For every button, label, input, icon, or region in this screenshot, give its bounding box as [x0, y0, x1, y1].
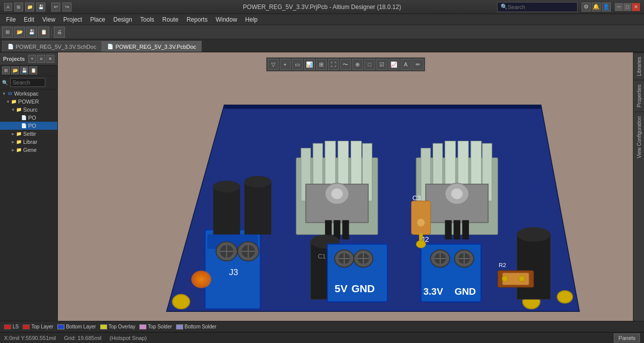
new-btn[interactable]: ⊞	[14, 3, 23, 12]
svg-text:J3: J3	[229, 267, 238, 277]
global-search-input[interactable]	[508, 4, 563, 10]
layer-top-overlay[interactable]: Top Overlay	[100, 324, 135, 329]
panel-search-input[interactable]	[10, 78, 45, 87]
right-tab-properties[interactable]: Properties	[633, 80, 644, 112]
undo-btn[interactable]: ↩	[51, 3, 60, 12]
menu-route[interactable]: Route	[158, 15, 183, 24]
tree-workspace[interactable]: ▼ W Workspac	[0, 90, 57, 98]
pcb-grid-btn[interactable]: ⊞	[316, 59, 327, 70]
global-search-box[interactable]: 🔍	[497, 2, 578, 12]
tree-po1[interactable]: ► 📄 PO	[0, 114, 57, 122]
layer-bottom-label: Bottom Layer	[66, 324, 96, 329]
layer-bottom-solder-color	[176, 324, 183, 329]
tab-sch-icon: 📄	[8, 44, 14, 49]
account-icon[interactable]: 👤	[602, 3, 611, 12]
toolbar-saveall[interactable]: 📋	[38, 27, 49, 38]
pcb-box2-btn[interactable]: □	[364, 59, 375, 70]
svg-point-90	[519, 276, 524, 281]
svg-text:GND: GND	[351, 283, 375, 294]
pcb-chart-btn[interactable]: 📊	[304, 59, 315, 70]
generated-tree-icon: 📁	[16, 147, 22, 153]
settings-icon[interactable]: ⚙	[582, 3, 591, 12]
tree-arrow-power: ▼	[6, 100, 10, 104]
menu-design[interactable]: Design	[109, 15, 136, 24]
panel-search-box[interactable]: 🔍	[0, 76, 57, 90]
panels-button[interactable]: Panels	[614, 333, 640, 342]
right-panel-tabs: Libraries Properties View Configuration	[633, 52, 644, 321]
open-btn[interactable]: 📁	[25, 3, 34, 12]
tree-settings[interactable]: ► 📁 Settir	[0, 130, 57, 138]
tree-arrow-generated: ►	[11, 148, 15, 152]
redo-btn[interactable]: ↪	[62, 3, 71, 12]
svg-point-34	[331, 189, 343, 199]
pcb-rect-btn[interactable]: ▭	[292, 59, 303, 70]
layer-bottom-color	[57, 324, 64, 329]
pcb-cursor-btn[interactable]: ⛶	[328, 59, 339, 70]
svg-marker-3	[224, 105, 541, 109]
tree-power[interactable]: ▼ 📁 POWER	[0, 98, 57, 106]
pcb-pin-btn[interactable]: ⊕	[352, 59, 363, 70]
menu-help[interactable]: Help	[241, 15, 262, 24]
panel-tb3[interactable]: 💾	[20, 66, 28, 74]
panel-new-btn[interactable]: +	[28, 55, 36, 63]
maximize-button[interactable]: □	[623, 3, 631, 11]
close-button[interactable]: ✕	[632, 3, 640, 11]
statusbar-right: Panels	[614, 333, 640, 342]
right-tab-libraries[interactable]: Libraries	[633, 52, 644, 80]
menu-tools[interactable]: Tools	[136, 15, 158, 24]
layer-top-solder[interactable]: Top Solder	[139, 324, 172, 329]
layer-ls[interactable]: LS	[4, 324, 19, 329]
panel-close-btn[interactable]: ✕	[46, 55, 54, 63]
layer-top[interactable]: Top Layer	[23, 324, 53, 329]
svg-rect-37	[342, 220, 349, 239]
toolbar-open[interactable]: 📂	[14, 27, 25, 38]
layer-bar: LS Top Layer Bottom Layer Top Overlay To…	[0, 321, 644, 332]
menu-place[interactable]: Place	[86, 15, 109, 24]
tree-source[interactable]: ▼ 📁 Sourc	[0, 106, 57, 114]
menu-project[interactable]: Project	[59, 15, 86, 24]
pcb-graph-btn[interactable]: 📈	[388, 59, 399, 70]
tree-arrow-workspace: ▼	[2, 92, 6, 96]
panel-tb1[interactable]: ⊞	[2, 66, 10, 74]
panel-tb2[interactable]: 📂	[11, 66, 19, 74]
tree-libraries-label: Librar	[23, 139, 37, 145]
pcb-filter-btn[interactable]: ▽	[268, 59, 279, 70]
pcb-wave-btn[interactable]: 〜	[340, 59, 351, 70]
layer-bottom[interactable]: Bottom Layer	[57, 324, 96, 329]
tree-generated[interactable]: ► 📁 Gene	[0, 146, 57, 154]
right-tab-view-config[interactable]: View Configuration	[633, 112, 644, 162]
tree-po2[interactable]: ► 📄 PO	[0, 122, 57, 130]
svg-point-7	[557, 291, 573, 303]
cursor-indicator	[191, 271, 211, 288]
menu-reports[interactable]: Reports	[183, 15, 212, 24]
menu-bar: File Edit View Project Place Design Tool…	[0, 14, 644, 25]
toolbar-new[interactable]: ⊞	[2, 27, 13, 38]
minimize-button[interactable]: ─	[615, 3, 623, 11]
toolbar-save[interactable]: 💾	[26, 27, 37, 38]
layer-bottom-solder[interactable]: Bottom Solder	[176, 324, 216, 329]
pcb-pencil-btn[interactable]: ✏	[413, 59, 424, 70]
tree-libraries[interactable]: ► 📁 Librar	[0, 138, 57, 146]
save-btn[interactable]: 💾	[36, 3, 45, 12]
tab-pcb-icon: 📄	[107, 44, 113, 49]
pcb-text-btn[interactable]: A	[400, 59, 412, 70]
pcb-check-btn[interactable]: ☑	[376, 59, 387, 70]
menu-file[interactable]: File	[2, 15, 20, 24]
tab-pcb[interactable]: 📄 POWER_REG_5V_3.3V.PcbDoc	[102, 41, 201, 52]
tab-sch[interactable]: 📄 POWER_REG_5V_3.3V.SchDoc	[2, 41, 102, 52]
panel-tb4[interactable]: 📋	[29, 66, 37, 74]
pcb-canvas[interactable]: ▽ + ▭ 📊 ⊞ ⛶ 〜 ⊕ □ ☑ 📈 A ✏	[58, 52, 633, 321]
layer-top-solder-label: Top Solder	[148, 324, 172, 329]
menu-view[interactable]: View	[38, 15, 59, 24]
menu-edit[interactable]: Edit	[20, 15, 38, 24]
panel-toggle-btn[interactable]: ≡	[37, 55, 45, 63]
layer-top-overlay-label: Top Overlay	[109, 324, 135, 329]
pcb-view-toolbar: ▽ + ▭ 📊 ⊞ ⛶ 〜 ⊕ □ ☑ 📈 A ✏	[266, 57, 425, 71]
app-icon: A	[4, 3, 12, 11]
svg-rect-50	[462, 220, 469, 239]
pcb-plus-btn[interactable]: +	[280, 59, 291, 70]
menu-window[interactable]: Window	[212, 15, 242, 24]
tree-workspace-label: Workspac	[14, 91, 39, 97]
notifications-icon[interactable]: 🔔	[592, 3, 601, 12]
toolbar-print[interactable]: 🖨	[54, 27, 65, 38]
